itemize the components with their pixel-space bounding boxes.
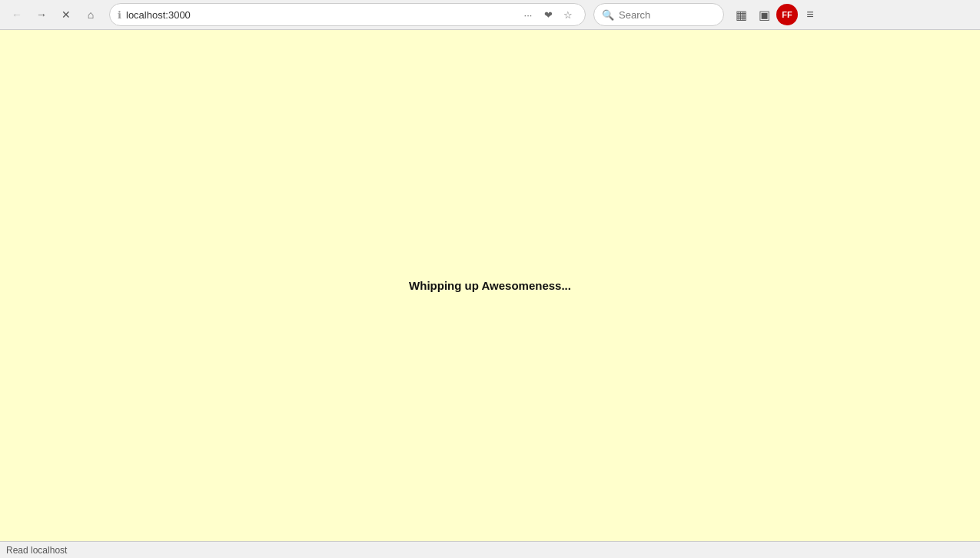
status-text: Read localhost — [6, 545, 67, 556]
forward-button[interactable]: → — [31, 4, 52, 25]
status-bar: Read localhost — [0, 541, 980, 558]
home-button[interactable]: ⌂ — [80, 4, 101, 25]
bookmark-collection-button[interactable]: ❤ — [539, 5, 557, 24]
more-button[interactable]: ··· — [519, 5, 537, 24]
library-icon: ▦ — [736, 8, 747, 22]
address-actions: ··· ❤ ☆ — [519, 5, 577, 24]
search-input[interactable] — [619, 9, 748, 21]
url-input[interactable] — [126, 9, 514, 21]
library-button[interactable]: ▦ — [730, 4, 752, 25]
stop-button[interactable]: ✕ — [55, 4, 77, 25]
sidebar-icon: ▣ — [759, 8, 770, 22]
menu-button[interactable]: ≡ — [799, 4, 821, 25]
sidebar-button[interactable]: ▣ — [753, 4, 775, 25]
info-icon: ℹ — [118, 9, 121, 21]
page-content: Whipping up Awesomeness... — [0, 30, 980, 541]
avatar-label: FF — [782, 10, 792, 19]
avatar-button[interactable]: FF — [776, 4, 798, 25]
address-bar: ℹ ··· ❤ ☆ — [109, 3, 586, 26]
search-icon: 🔍 — [602, 9, 614, 21]
toolbar-right: ▦ ▣ FF ≡ — [730, 4, 821, 25]
browser-toolbar: ← → ✕ ⌂ ℹ ··· ❤ ☆ 🔍 ▦ ▣ — [0, 0, 980, 29]
loading-text: Whipping up Awesomeness... — [409, 279, 571, 292]
back-button[interactable]: ← — [6, 4, 28, 25]
browser-chrome: ← → ✕ ⌂ ℹ ··· ❤ ☆ 🔍 ▦ ▣ — [0, 0, 980, 30]
star-button[interactable]: ☆ — [559, 5, 577, 24]
menu-icon: ≡ — [806, 8, 813, 22]
search-box: 🔍 — [593, 3, 724, 26]
